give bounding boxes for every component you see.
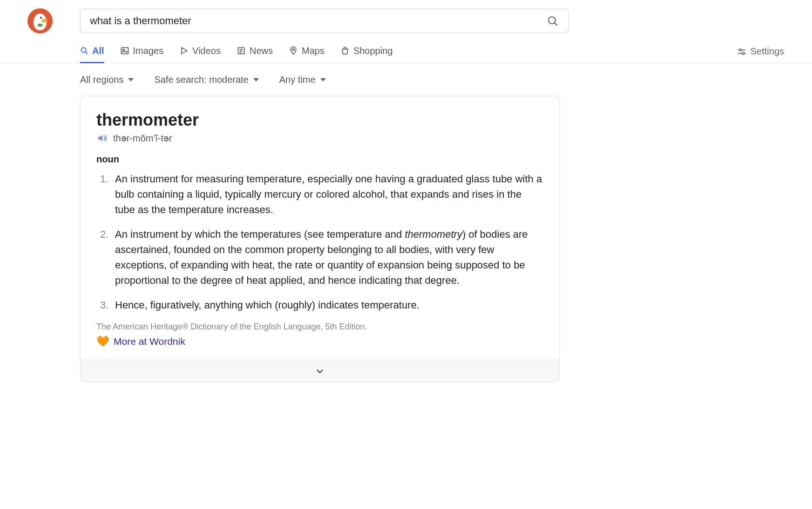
tab-shopping[interactable]: Shopping	[340, 40, 393, 63]
play-icon	[179, 46, 189, 55]
svg-point-2	[81, 47, 86, 53]
search-button[interactable]	[544, 13, 561, 29]
chevron-down-icon	[128, 78, 134, 81]
header	[0, 0, 812, 40]
image-icon	[120, 46, 129, 55]
pin-icon	[289, 46, 298, 55]
safesearch-filter[interactable]: Safe search: moderate	[154, 74, 258, 85]
tab-news[interactable]: News	[237, 40, 273, 63]
search-tabs: All Images Videos News Maps Shopping Set…	[0, 40, 812, 63]
search-box	[80, 9, 569, 33]
svg-rect-4	[121, 47, 128, 54]
tab-videos[interactable]: Videos	[179, 40, 221, 63]
tab-all[interactable]: All	[80, 40, 104, 63]
pronunciation-text: thər-mŏm′ĭ-tər	[113, 133, 172, 144]
logo-wrap	[0, 8, 80, 33]
tab-images[interactable]: Images	[120, 40, 164, 63]
search-input[interactable]	[90, 15, 544, 27]
tab-label: All	[92, 46, 104, 56]
region-filter[interactable]: All regions	[80, 74, 134, 85]
settings-label: Settings	[751, 46, 784, 57]
definition-list: An instrument for measuring temperature,…	[96, 171, 543, 313]
chevron-down-icon	[320, 78, 326, 81]
svg-marker-6	[182, 47, 187, 54]
shopping-icon	[340, 46, 350, 55]
filter-label: Safe search: moderate	[154, 74, 248, 85]
svg-point-11	[292, 48, 294, 50]
news-icon	[237, 46, 246, 55]
more-at-row: 🧡 More at Wordnik	[96, 335, 543, 348]
tab-maps[interactable]: Maps	[289, 40, 325, 63]
tab-label: News	[250, 46, 273, 56]
definition-item: An instrument by which the temperatures …	[96, 227, 543, 288]
filters: All regions Safe search: moderate Any ti…	[0, 63, 812, 96]
more-at-wordnik-link[interactable]: More at Wordnik	[114, 336, 185, 347]
definition-source: The American Heritage® Dictionary of the…	[96, 322, 543, 332]
tab-label: Maps	[302, 46, 325, 56]
results-area: thermometer thər-mŏm′ĭ-tər noun An instr…	[0, 96, 812, 382]
svg-point-0	[548, 17, 555, 24]
pronunciation-row: thər-mŏm′ĭ-tər	[96, 133, 543, 144]
chevron-down-icon	[253, 78, 259, 81]
filter-label: Any time	[279, 74, 316, 85]
definition-item: An instrument for measuring temperature,…	[96, 171, 543, 217]
settings-button[interactable]: Settings	[737, 46, 784, 57]
duckduckgo-logo[interactable]	[27, 8, 53, 33]
tab-label: Videos	[192, 46, 221, 56]
time-filter[interactable]: Any time	[279, 74, 326, 85]
definition-item: Hence, figuratively, anything which (rou…	[96, 297, 543, 313]
sliders-icon	[737, 47, 747, 57]
chevron-down-icon	[314, 366, 325, 377]
expand-button[interactable]	[81, 360, 559, 382]
svg-point-13	[739, 49, 742, 51]
part-of-speech: noun	[96, 154, 543, 165]
heart-icon: 🧡	[96, 335, 109, 348]
search-icon	[547, 15, 558, 27]
svg-point-15	[742, 52, 744, 54]
tab-label: Shopping	[353, 46, 393, 56]
svg-line-1	[555, 23, 557, 26]
definition-card: thermometer thər-mŏm′ĭ-tər noun An instr…	[80, 96, 560, 382]
filter-label: All regions	[80, 74, 123, 85]
tab-label: Images	[133, 46, 164, 56]
speaker-icon	[96, 133, 108, 144]
definition-word: thermometer	[96, 110, 543, 130]
audio-button[interactable]	[96, 133, 108, 144]
search-icon	[80, 47, 88, 55]
svg-line-3	[85, 52, 88, 54]
